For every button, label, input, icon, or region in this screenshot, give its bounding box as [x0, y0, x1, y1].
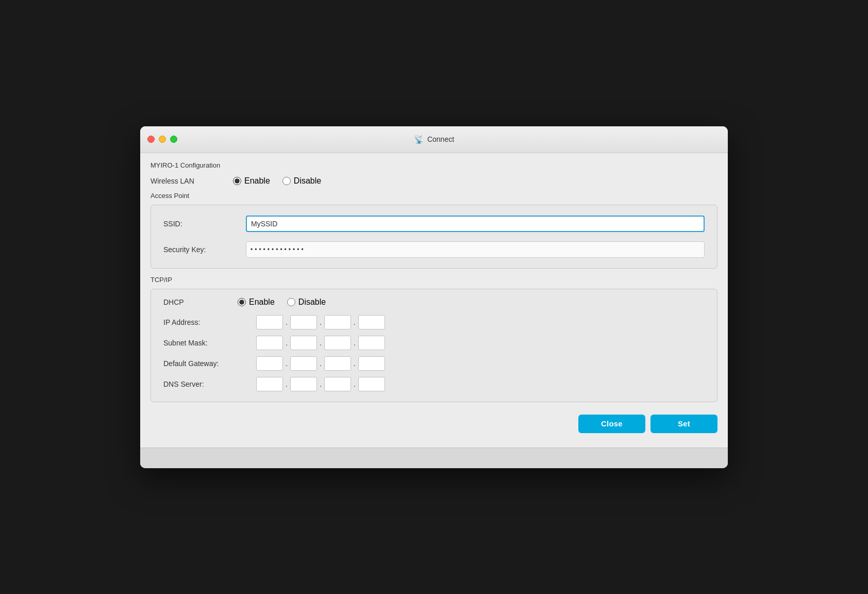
dhcp-enable-radio[interactable]: [238, 298, 246, 306]
subnet-mask-octet-3[interactable]: [324, 336, 351, 350]
dns-server-row: DNS Server: . . .: [163, 377, 705, 391]
ssid-label: SSID:: [163, 220, 246, 228]
subnet-mask-octet-1[interactable]: [256, 336, 283, 350]
security-key-label: Security Key:: [163, 245, 246, 254]
wireless-lan-disable-radio[interactable]: [282, 177, 291, 185]
ip-address-inputs: . . .: [256, 315, 385, 329]
ip-address-octet-3[interactable]: [324, 315, 351, 329]
default-gateway-inputs: . . .: [256, 356, 385, 371]
gateway-dot-3: .: [354, 359, 356, 368]
minimize-window-button[interactable]: [159, 136, 166, 143]
maximize-window-button[interactable]: [170, 136, 177, 143]
wireless-lan-disable-label: Disable: [294, 176, 321, 186]
title-bar-text: 📡 Connect: [414, 135, 454, 144]
close-button[interactable]: Close: [578, 415, 645, 433]
dns-server-octet-4[interactable]: [358, 377, 385, 391]
dhcp-label: DHCP: [163, 298, 225, 306]
window-title: Connect: [427, 135, 454, 143]
window-content: MYIRO-1 Configuration Wireless LAN Enabl…: [140, 153, 728, 448]
close-window-button[interactable]: [147, 136, 155, 143]
dns-dot-2: .: [320, 380, 322, 388]
access-point-panel: SSID: Security Key:: [151, 205, 717, 269]
default-gateway-octet-3[interactable]: [324, 356, 351, 371]
traffic-lights: [147, 136, 177, 143]
tcpip-section-label: TCP/IP: [151, 276, 717, 284]
ip-address-octet-4[interactable]: [358, 315, 385, 329]
gateway-dot-1: .: [286, 359, 288, 368]
subnet-mask-octet-4[interactable]: [358, 336, 385, 350]
dns-server-label: DNS Server:: [163, 380, 256, 388]
buttons-row: Close Set: [151, 412, 717, 435]
subnet-dot-1: .: [286, 339, 288, 347]
dhcp-disable-radio[interactable]: [287, 298, 295, 306]
title-bar: 📡 Connect: [140, 126, 728, 153]
ssid-input[interactable]: [246, 216, 705, 232]
default-gateway-octet-4[interactable]: [358, 356, 385, 371]
main-window: 📡 Connect MYIRO-1 Configuration Wireless…: [140, 126, 728, 468]
dns-server-octet-2[interactable]: [290, 377, 317, 391]
wireless-lan-enable-option[interactable]: Enable: [233, 176, 270, 186]
dhcp-radio-group: Enable Disable: [238, 298, 326, 307]
ip-address-octet-1[interactable]: [256, 315, 283, 329]
dns-server-octet-1[interactable]: [256, 377, 283, 391]
subnet-mask-octet-2[interactable]: [290, 336, 317, 350]
access-point-section-label: Access Point: [151, 192, 717, 200]
dhcp-enable-option[interactable]: Enable: [238, 298, 275, 307]
ssid-row: SSID:: [163, 216, 705, 232]
wireless-lan-enable-radio[interactable]: [233, 177, 241, 185]
ip-dot-2: .: [320, 318, 322, 326]
subnet-dot-3: .: [354, 339, 356, 347]
dns-server-inputs: . . .: [256, 377, 385, 391]
wireless-lan-enable-label: Enable: [244, 176, 270, 186]
bottom-bar: [140, 448, 728, 468]
ip-address-row: IP Address: . . .: [163, 315, 705, 329]
default-gateway-row: Default Gateway: . . .: [163, 356, 705, 371]
dns-server-octet-3[interactable]: [324, 377, 351, 391]
wireless-lan-disable-option[interactable]: Disable: [282, 176, 321, 186]
subnet-dot-2: .: [320, 339, 322, 347]
subnet-mask-inputs: . . .: [256, 336, 385, 350]
ip-dot-3: .: [354, 318, 356, 326]
config-title: MYIRO-1 Configuration: [151, 161, 717, 169]
wireless-lan-radio-group: Enable Disable: [233, 176, 321, 186]
subnet-mask-row: Subnet Mask: . . .: [163, 336, 705, 350]
security-key-input[interactable]: [246, 241, 705, 258]
dhcp-disable-option[interactable]: Disable: [287, 298, 326, 307]
wireless-lan-label: Wireless LAN: [151, 177, 212, 185]
tcpip-panel: DHCP Enable Disable IP Address:: [151, 289, 717, 402]
title-icon: 📡: [414, 135, 424, 144]
default-gateway-label: Default Gateway:: [163, 359, 256, 368]
ip-address-label: IP Address:: [163, 318, 256, 326]
ip-dot-1: .: [286, 318, 288, 326]
set-button[interactable]: Set: [650, 415, 717, 433]
default-gateway-octet-1[interactable]: [256, 356, 283, 371]
wireless-lan-row: Wireless LAN Enable Disable: [151, 176, 717, 186]
default-gateway-octet-2[interactable]: [290, 356, 317, 371]
dhcp-disable-label: Disable: [298, 298, 326, 307]
ip-address-octet-2[interactable]: [290, 315, 317, 329]
subnet-mask-label: Subnet Mask:: [163, 339, 256, 347]
dns-dot-1: .: [286, 380, 288, 388]
dns-dot-3: .: [354, 380, 356, 388]
dhcp-row: DHCP Enable Disable: [163, 298, 705, 307]
security-key-row: Security Key:: [163, 241, 705, 258]
dhcp-enable-label: Enable: [249, 298, 275, 307]
gateway-dot-2: .: [320, 359, 322, 368]
